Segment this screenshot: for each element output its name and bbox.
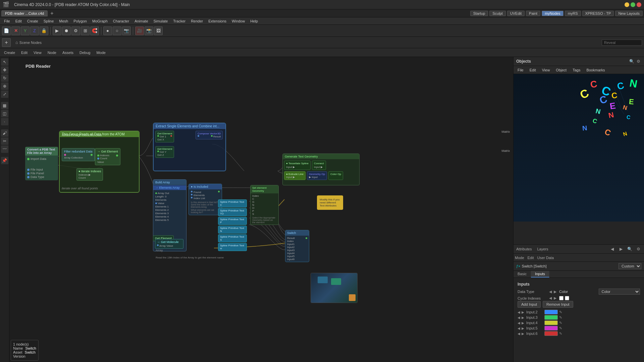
play-btn[interactable]: ▶: [53, 26, 61, 35]
attrs-search-btn[interactable]: 🔍: [627, 246, 633, 252]
attrs-settings-btn[interactable]: ⚙: [635, 246, 641, 252]
menu-character[interactable]: Character: [110, 18, 132, 24]
lp-spline[interactable]: 〰: [1, 145, 8, 153]
obj-menu-bookmarks[interactable]: Bookmarks: [584, 67, 607, 73]
lock-btn[interactable]: 🔒: [40, 26, 48, 35]
lp-knife[interactable]: ✂: [1, 137, 8, 145]
cycle-indexes-checkbox2[interactable]: [565, 296, 569, 300]
z-btn[interactable]: Z: [30, 26, 39, 35]
color-op-node[interactable]: Color Op: [328, 171, 343, 180]
menu-edit[interactable]: Edit: [13, 18, 24, 24]
compose-vector-node[interactable]: Compose Vector3D Result: [196, 131, 223, 139]
cam-btn[interactable]: 📷: [122, 26, 131, 35]
menu-create[interactable]: Create: [24, 18, 41, 24]
uvedit-btn[interactable]: UVEdit: [507, 11, 525, 16]
render-btn[interactable]: 🎥: [135, 26, 144, 35]
get-element-x-node[interactable]: Get Element Get 1 Get X: [155, 131, 174, 142]
lp-point[interactable]: ·: [1, 118, 8, 125]
input-2-color[interactable]: [544, 310, 558, 314]
menu-render[interactable]: Render: [188, 18, 206, 24]
render2-btn[interactable]: 📸: [145, 26, 153, 35]
attrs-back-btn[interactable]: ◀: [609, 246, 615, 252]
cycle-indexes-checkbox[interactable]: [559, 296, 564, 300]
paint-btn[interactable]: Paint: [526, 11, 540, 16]
generate-text-geo-node[interactable]: Generate Text Geometry ● Tessellate Spli…: [282, 154, 360, 185]
connect-node[interactable]: Connect Input ▶: [312, 161, 326, 170]
tessellate-spline-node[interactable]: ● Tessellate Spline Input ▶: [284, 161, 311, 170]
lp-select[interactable]: ↖: [1, 58, 8, 66]
wireframe-btn[interactable]: ○: [113, 26, 121, 35]
lp-transform[interactable]: ⤢: [1, 90, 8, 98]
sphere-btn[interactable]: ●: [103, 26, 112, 35]
get-element-y-node[interactable]: Get Element Get Y Get Z: [155, 146, 174, 158]
grid-btn[interactable]: ⊞: [81, 26, 90, 35]
lp-poly[interactable]: ▦: [1, 102, 8, 109]
remove-input-button[interactable]: Remove Input: [543, 301, 573, 308]
lp-edge[interactable]: ◫: [1, 110, 8, 117]
menu-simulate[interactable]: Simulate: [151, 18, 171, 24]
xpresso-btn[interactable]: XPRESSO - TP: [582, 11, 614, 16]
reveal-input[interactable]: [602, 40, 642, 46]
extrude-line-node[interactable]: ● Extrude Line Input ▶: [284, 171, 306, 180]
3d-viewport[interactable]: C N C C C E C N E N C C N C N: [514, 74, 644, 222]
add-input-button[interactable]: Add Input: [518, 301, 541, 308]
user-data-label[interactable]: User Data: [537, 256, 554, 260]
menu-tracker[interactable]: Tracker: [170, 18, 188, 24]
filter-redundant-node[interactable]: Filter redundant Data Array Collection: [62, 148, 95, 161]
nodebar-assets[interactable]: Assets: [60, 50, 75, 55]
mode-label[interactable]: Mode: [515, 256, 524, 260]
input-4-color[interactable]: [544, 320, 558, 325]
tab-inputs[interactable]: Inputs: [531, 271, 549, 278]
is-included-node[interactable]: ● Is Included Found Elements Index List …: [189, 184, 222, 215]
spline-prim-h-node[interactable]: Spline Primitive Text H: [218, 243, 247, 251]
maximize-button[interactable]: [631, 2, 635, 7]
attrs-forward-btn[interactable]: ▶: [618, 246, 624, 252]
minimize-button[interactable]: [625, 2, 629, 7]
obj-menu-tags[interactable]: Tags: [570, 67, 583, 73]
nodebar-node[interactable]: Node: [46, 50, 58, 55]
obj-menu-edit[interactable]: Edit: [527, 67, 539, 73]
input-6-color[interactable]: [544, 331, 558, 336]
menu-help[interactable]: Help: [248, 18, 261, 24]
objects-settings-btn[interactable]: ⚙: [635, 58, 641, 64]
spline-prim-p-node[interactable]: Spline Primitive Text P: [218, 217, 247, 225]
nodebar-edit[interactable]: Edit: [19, 50, 30, 55]
get-molecule-node[interactable]: → Get Molecule Array Value: [155, 239, 183, 249]
input-3-color[interactable]: [544, 315, 558, 320]
mynodes-btn[interactable]: myNodes: [542, 11, 563, 16]
menu-mesh[interactable]: Mesh: [56, 18, 71, 24]
input-5-edit[interactable]: ✎: [559, 326, 562, 330]
menu-window[interactable]: Window: [229, 18, 248, 24]
node-canvas[interactable]: PDB Reader: [9, 57, 513, 362]
new-layouts-btn[interactable]: New Layouts: [615, 11, 643, 16]
input-2-edit[interactable]: ✎: [559, 310, 562, 314]
edit-label[interactable]: Edit: [528, 256, 534, 260]
input-5-color[interactable]: [544, 326, 558, 330]
obj-menu-object[interactable]: Object: [553, 67, 569, 73]
menu-file[interactable]: File: [1, 18, 13, 24]
nodebar-view[interactable]: View: [32, 50, 44, 55]
tab-pdb-reader[interactable]: PDB reader ...Color.c4d: [1, 10, 48, 16]
startup-btn[interactable]: Startup: [470, 11, 488, 16]
rec-btn[interactable]: ⏺: [62, 26, 71, 35]
close-button[interactable]: [637, 2, 641, 7]
lp-scale[interactable]: ⊕: [1, 82, 8, 90]
add-node-btn[interactable]: +: [2, 38, 11, 47]
menu-spline[interactable]: Spline: [41, 18, 57, 24]
lp-snap[interactable]: 📌: [1, 157, 8, 164]
snap-btn[interactable]: 🧲: [90, 26, 99, 35]
nodebar-debug[interactable]: Debug: [77, 50, 92, 55]
myrs-btn[interactable]: myRS: [565, 11, 581, 16]
scene-nodes-breadcrumb[interactable]: Scene Nodes: [19, 41, 42, 45]
input-3-edit[interactable]: ✎: [559, 315, 562, 320]
extract-elements-group[interactable]: Extract Single Elements and Combine int.…: [153, 123, 226, 171]
input-6-edit[interactable]: ✎: [559, 331, 562, 336]
spline-prim-n-node[interactable]: Spline Primitive Text N: [218, 226, 247, 234]
x-btn[interactable]: ✕: [11, 26, 20, 35]
menu-polygon[interactable]: Polygon: [71, 18, 90, 24]
objects-search-btn[interactable]: 🔍: [629, 58, 635, 64]
spline-prim-to-node[interactable]: Spline Primitive TextTO: [218, 208, 247, 216]
preset-dropdown[interactable]: Custom: [619, 263, 641, 269]
lp-rotate[interactable]: ↻: [1, 74, 8, 82]
sculpt-btn[interactable]: Sculpt: [489, 11, 506, 16]
